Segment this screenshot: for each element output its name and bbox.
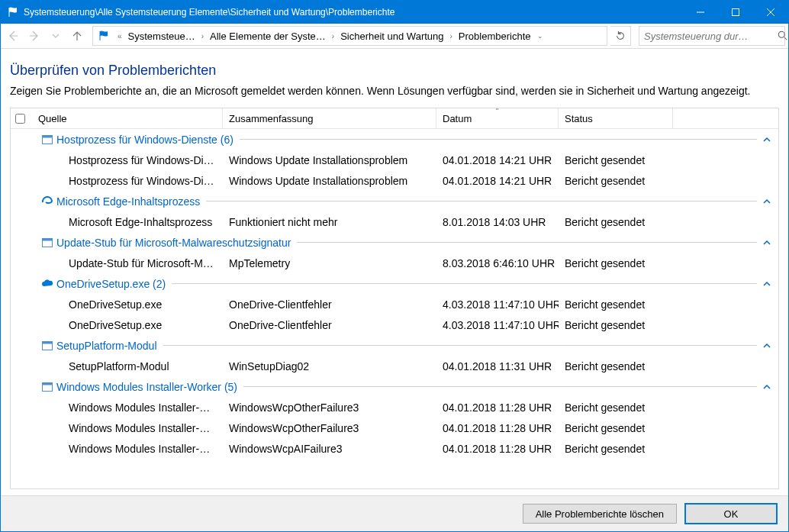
cell-summary: WinSetupDiag02 [223, 360, 436, 372]
group-divider [240, 139, 757, 140]
chevron-up-icon[interactable] [763, 239, 771, 247]
control-panel-flag-icon [98, 30, 110, 42]
cell-source: SetupPlatform-Modul [32, 360, 223, 372]
chevron-right-icon[interactable]: › [197, 32, 208, 40]
app-icon [41, 340, 53, 352]
page-subtitle: Zeigen Sie Problemberichte an, die an Mi… [10, 85, 779, 97]
table-row[interactable]: Hostprozess für Windows-Dien…Windows Upd… [11, 150, 778, 170]
minimize-button[interactable] [683, 1, 718, 24]
search-box[interactable] [639, 26, 785, 46]
cell-source: Windows Modules Installer-Wo… [32, 401, 223, 414]
search-input[interactable] [639, 31, 778, 42]
chevron-right-icon[interactable]: › [327, 32, 339, 40]
chevron-up-icon[interactable] [763, 198, 771, 205]
table-row[interactable]: Windows Modules Installer-Wo…WindowsWcpO… [11, 418, 778, 438]
footer: Alle Problemberichte löschen OK [1, 495, 788, 531]
table-row[interactable]: OneDriveSetup.exeOneDrive-Clientfehler4.… [11, 294, 778, 314]
group-row[interactable]: Update-Stub für Microsoft-Malwareschutzs… [11, 232, 778, 253]
column-header-source[interactable]: Quelle [32, 108, 223, 128]
group-title: SetupPlatform-Modul [56, 340, 157, 352]
group-row[interactable]: Microsoft Edge-Inhaltsprozess [11, 191, 778, 211]
svg-rect-3 [43, 135, 53, 137]
close-button[interactable] [753, 1, 788, 24]
chevron-up-icon[interactable] [763, 383, 771, 391]
cell-date: 04.01.2018 14:21 UHR [436, 175, 559, 187]
cell-source: Windows Modules Installer-Wo… [32, 443, 223, 455]
cell-summary: WindowsWcpOtherFailure3 [223, 422, 436, 434]
back-button[interactable] [4, 27, 22, 45]
table-row[interactable]: Hostprozess für Windows-Dien…Windows Upd… [11, 170, 778, 191]
svg-point-1 [778, 31, 784, 37]
refresh-button[interactable] [610, 26, 631, 46]
group-row[interactable]: Hostprozess für Windows-Dienste (6) [11, 129, 778, 150]
cell-status: Bericht gesendet [559, 257, 673, 269]
cell-summary: Windows Update Installationsproblem [223, 175, 436, 187]
clear-all-button[interactable]: Alle Problemberichte löschen [523, 504, 677, 524]
cell-date: 04.01.2018 11:28 UHR [436, 422, 559, 434]
svg-rect-5 [43, 238, 53, 240]
column-header-status[interactable]: Status [559, 108, 673, 128]
breadcrumb-ellipsis[interactable]: « [113, 32, 127, 40]
cell-date: 4.03.2018 11:47:10 UHR [436, 319, 559, 331]
table-row[interactable]: SetupPlatform-ModulWinSetupDiag0204.01.2… [11, 356, 778, 376]
column-header-date[interactable]: ˄ Datum [436, 108, 559, 128]
group-divider [243, 386, 757, 387]
breadcrumb-item[interactable]: Problemberichte [457, 31, 533, 42]
recent-button[interactable] [47, 27, 65, 45]
cell-source: Microsoft Edge-Inhaltsprozess [32, 216, 223, 228]
cell-summary: WindowsWcpOtherFailure3 [223, 401, 436, 414]
app-icon [41, 381, 53, 393]
cell-source: OneDriveSetup.exe [32, 298, 223, 311]
svg-rect-0 [733, 9, 739, 16]
cell-status: Bericht gesendet [559, 443, 673, 455]
forward-button[interactable] [25, 27, 43, 45]
cell-date: 8.01.2018 14:03 UHR [436, 216, 559, 228]
select-all-checkbox[interactable] [11, 108, 32, 128]
group-row[interactable]: SetupPlatform-Modul [11, 335, 778, 356]
chevron-up-icon[interactable] [763, 280, 771, 288]
chevron-right-icon[interactable]: › [446, 32, 457, 40]
group-row[interactable]: Windows Modules Installer-Worker (5) [11, 376, 778, 397]
cell-summary: MpTelemetry [223, 257, 436, 269]
table-row[interactable]: Windows Modules Installer-Wo…WindowsWcpO… [11, 397, 778, 418]
problem-report-list: Quelle Zusammenfassung ˄ Datum Status Ho… [10, 108, 779, 489]
content: Überprüfen von Problemberichten Zeigen S… [1, 49, 788, 495]
cell-status: Bericht gesendet [559, 401, 673, 414]
search-icon[interactable] [778, 31, 788, 41]
column-header-summary[interactable]: Zusammenfassung [223, 108, 436, 128]
navbar: « Systemsteue… › Alle Elemente der Syste… [1, 24, 788, 49]
breadcrumb-item[interactable]: Alle Elemente der Syste… [208, 31, 327, 42]
breadcrumb-item[interactable]: Sicherheit und Wartung [339, 31, 445, 42]
group-divider [172, 283, 757, 284]
app-icon [41, 134, 53, 146]
list-header: Quelle Zusammenfassung ˄ Datum Status [11, 108, 778, 129]
breadcrumb[interactable]: « Systemsteue… › Alle Elemente der Syste… [92, 26, 607, 46]
chevron-down-icon[interactable]: ⌄ [533, 32, 548, 40]
cell-date: 4.03.2018 11:47:10 UHR [436, 298, 559, 311]
page-title: Überprüfen von Problemberichten [10, 63, 779, 79]
app-icon [41, 237, 53, 249]
cell-summary: OneDrive-Clientfehler [223, 319, 436, 331]
table-row[interactable]: OneDriveSetup.exeOneDrive-Clientfehler4.… [11, 314, 778, 335]
ok-button[interactable]: OK [684, 503, 778, 524]
cell-date: 8.03.2018 6:46:10 UHR [436, 257, 559, 269]
cell-date: 04.01.2018 11:31 UHR [436, 360, 559, 372]
cell-summary: OneDrive-Clientfehler [223, 298, 436, 311]
chevron-up-icon[interactable] [763, 342, 771, 350]
group-title: Update-Stub für Microsoft-Malwareschutzs… [56, 237, 291, 249]
cell-source: OneDriveSetup.exe [32, 319, 223, 331]
group-row[interactable]: OneDriveSetup.exe (2) [11, 273, 778, 294]
up-button[interactable] [68, 27, 86, 45]
cell-source: Hostprozess für Windows-Dien… [32, 154, 223, 166]
chevron-up-icon[interactable] [763, 136, 771, 143]
cell-status: Bericht gesendet [559, 422, 673, 434]
table-row[interactable]: Update-Stub für Microsoft-Mal…MpTelemetr… [11, 253, 778, 273]
cell-summary: Windows Update Installationsproblem [223, 154, 436, 166]
table-row[interactable]: Microsoft Edge-InhaltsprozessFunktionier… [11, 211, 778, 232]
edge-icon [41, 195, 53, 208]
breadcrumb-item[interactable]: Systemsteue… [127, 31, 197, 42]
cell-status: Bericht gesendet [559, 298, 673, 311]
table-row[interactable]: Windows Modules Installer-Wo…WindowsWcpA… [11, 438, 778, 459]
cell-source: Windows Modules Installer-Wo… [32, 422, 223, 434]
maximize-button[interactable] [718, 1, 753, 24]
